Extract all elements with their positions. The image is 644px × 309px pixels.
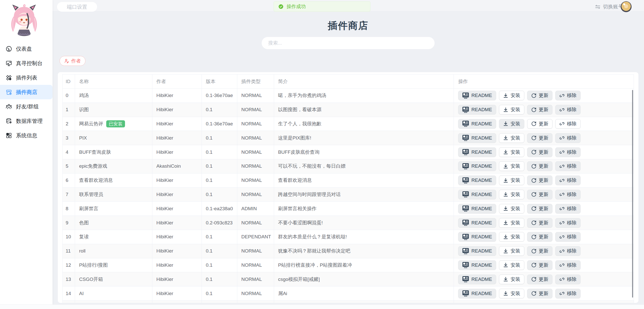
readme-button[interactable]: README (458, 133, 496, 143)
remove-button[interactable]: 移除 (555, 260, 581, 270)
update-button[interactable]: 更新 (527, 105, 552, 114)
install-button[interactable]: 安装 (499, 105, 524, 114)
sidebar-item-console[interactable]: 真寻控制台 (0, 56, 52, 70)
readme-button[interactable]: README (458, 176, 496, 185)
update-button[interactable]: 更新 (527, 260, 552, 270)
remove-button[interactable]: 移除 (555, 119, 581, 129)
update-button[interactable]: 更新 (527, 190, 552, 199)
button-label: README (471, 121, 492, 127)
unlink-icon (559, 206, 565, 211)
button-label: 移除 (567, 276, 577, 283)
remove-button[interactable]: 移除 (555, 246, 581, 256)
install-button[interactable]: 安装 (499, 218, 524, 228)
table-row: 7联系管理员HibiKier0.1NORMAL跨越空间与时间跟管理员对话READ… (62, 188, 634, 202)
update-button[interactable]: 更新 (527, 119, 552, 129)
readme-icon (462, 163, 469, 169)
readme-icon (462, 276, 469, 282)
install-button[interactable]: 安装 (499, 91, 524, 100)
install-button[interactable]: 安装 (499, 260, 524, 270)
readme-button[interactable]: README (458, 105, 496, 114)
update-button[interactable]: 更新 (527, 161, 552, 171)
install-button[interactable]: 安装 (499, 119, 524, 129)
update-button[interactable]: 更新 (527, 91, 552, 100)
install-button[interactable]: 安装 (499, 204, 524, 214)
install-button[interactable]: 安装 (499, 176, 524, 185)
update-button[interactable]: 更新 (527, 246, 552, 256)
remove-button[interactable]: 移除 (555, 289, 581, 298)
install-button[interactable]: 安装 (499, 246, 524, 256)
readme-button[interactable]: README (458, 289, 496, 298)
switch-account-button[interactable]: 切换账号 (595, 3, 623, 10)
button-label: 更新 (539, 121, 548, 127)
update-button[interactable]: 更新 (527, 204, 552, 214)
sidebar-item-dashboard[interactable]: 仪表盘 (0, 42, 52, 56)
readme-button[interactable]: README (458, 91, 496, 100)
remove-button[interactable]: 移除 (555, 91, 581, 100)
sidebar-item-system-info[interactable]: 系统信息 (0, 128, 52, 143)
remove-button[interactable]: 移除 (555, 190, 581, 199)
sidebar-item-database[interactable]: 数据库管理 (0, 114, 52, 128)
cell-version: 0.1 (202, 131, 237, 145)
search-input[interactable] (262, 37, 435, 49)
remove-button[interactable]: 移除 (555, 232, 581, 242)
sidebar-item-friends-groups[interactable]: 好友/群组 (0, 99, 52, 114)
readme-button[interactable]: README (458, 119, 496, 129)
button-label: 移除 (567, 149, 577, 156)
cell-actions: README安装更新移除 (454, 244, 634, 258)
button-label: 更新 (539, 248, 548, 254)
remove-button[interactable]: 移除 (555, 176, 581, 185)
download-icon (503, 277, 508, 282)
remove-button[interactable]: 移除 (555, 133, 581, 143)
readme-button[interactable]: README (458, 147, 496, 157)
install-button[interactable]: 安装 (499, 161, 524, 171)
remove-button[interactable]: 移除 (555, 161, 581, 171)
install-button[interactable]: 安装 (499, 275, 524, 284)
install-button[interactable]: 安装 (499, 232, 524, 242)
install-button[interactable]: 安装 (499, 289, 524, 298)
cell-version: 0.1 (202, 258, 237, 272)
button-label: 移除 (567, 163, 577, 169)
update-button[interactable]: 更新 (527, 232, 552, 242)
readme-button[interactable]: README (458, 218, 496, 228)
button-label: 安装 (511, 92, 520, 99)
cell-type: ADMIN (237, 202, 274, 216)
swap-arrows-icon (595, 4, 601, 9)
remove-button[interactable]: 移除 (555, 105, 581, 114)
update-button[interactable]: 更新 (527, 176, 552, 185)
cell-name: AI (75, 286, 152, 300)
table-row: 2网易云热评已安装HibiKier0.1-36e70aeNORMAL生了个人，我… (62, 117, 634, 131)
author-filter-button[interactable]: 作者 (60, 56, 85, 66)
install-button[interactable]: 安装 (499, 190, 524, 199)
unlink-icon (559, 291, 565, 296)
remove-button[interactable]: 移除 (555, 204, 581, 214)
readme-button[interactable]: README (458, 161, 496, 171)
update-button[interactable]: 更新 (527, 133, 552, 143)
readme-button[interactable]: README (458, 204, 496, 214)
update-button[interactable]: 更新 (527, 275, 552, 284)
remove-button[interactable]: 移除 (555, 147, 581, 157)
user-avatar[interactable] (621, 1, 632, 12)
readme-button[interactable]: README (458, 232, 496, 242)
install-button[interactable]: 安装 (499, 133, 524, 143)
vertical-scrollbar-thumb[interactable] (632, 90, 633, 298)
update-button[interactable]: 更新 (527, 289, 552, 298)
update-button[interactable]: 更新 (527, 147, 552, 157)
remove-button[interactable]: 移除 (555, 275, 581, 284)
readme-button[interactable]: README (458, 246, 496, 256)
cell-actions: README安装更新移除 (454, 89, 634, 103)
remove-button[interactable]: 移除 (555, 218, 581, 228)
port-settings-button[interactable]: 端口设置 (57, 2, 97, 12)
plugin-table-card: ID名称作者版本插件类型简介操作 0鸡汤HibiKier0.1-36e70aeN… (58, 72, 638, 303)
refresh-icon (531, 107, 536, 112)
cell-actions: README安装更新移除 (454, 272, 634, 286)
readme-button[interactable]: README (458, 275, 496, 284)
install-button[interactable]: 安装 (499, 147, 524, 157)
readme-button[interactable]: README (458, 190, 496, 199)
sidebar-item-plugin-list[interactable]: 插件列表 (0, 70, 52, 85)
horizontal-scrollbar-track[interactable] (0, 304, 644, 309)
readme-button[interactable]: README (458, 260, 496, 270)
button-label: 移除 (567, 262, 577, 268)
sidebar-item-plugin-store[interactable]: 插件商店 (0, 85, 52, 99)
cell-author: HibiKier (152, 103, 202, 117)
update-button[interactable]: 更新 (527, 218, 552, 228)
